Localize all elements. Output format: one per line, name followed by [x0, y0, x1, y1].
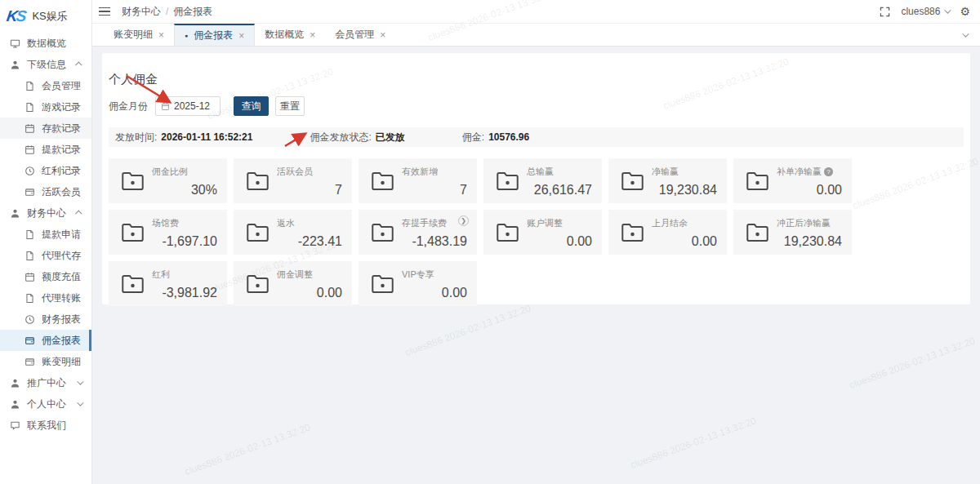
folder-icon [371, 222, 394, 243]
sidebar-item-agent-deposit[interactable]: 代理代存 [0, 245, 91, 266]
stat-card-label: 存提手续费 [402, 217, 447, 229]
sidebar-item-label: 会员管理 [42, 79, 81, 93]
chevron-down-icon [945, 7, 951, 13]
menu-collapse-icon[interactable] [99, 7, 110, 16]
breadcrumb-item-commission-report[interactable]: 佣金报表 [173, 5, 212, 19]
sidebar-item-withdrawal-application[interactable]: 提款申请 [0, 224, 91, 245]
folder-icon [621, 171, 644, 192]
tab-member-management[interactable]: 会员管理× [325, 24, 395, 46]
stat-card-commission-rate: 佣金比例30% [109, 158, 227, 203]
tab-label: 会员管理 [335, 28, 374, 42]
stat-card-value: 0.00 [402, 286, 467, 300]
tab-close-icon[interactable]: × [238, 30, 244, 42]
chevron-down-icon [77, 399, 83, 406]
stat-card-account-adjustment: 账户调整0.00 [483, 210, 602, 255]
sidebar-item-finance-report[interactable]: 财务报表 [0, 309, 91, 330]
chat-icon [10, 420, 20, 431]
tab-close-icon[interactable]: × [380, 29, 385, 41]
active-tab-dot-icon: ● [185, 33, 188, 38]
tab-data-overview[interactable]: 数据概览× [255, 24, 325, 46]
stat-card-value: 19,230.84 [652, 183, 717, 198]
stat-card-label: 返水 [277, 217, 295, 229]
folder-icon [496, 171, 519, 192]
commission-panel: 个人佣金 佣金月份 2025-12 查询 重置 发放时间: 202 [102, 53, 970, 304]
sidebar-item-label: 联系我们 [27, 419, 66, 433]
query-button[interactable]: 查询 [234, 96, 269, 116]
folder-icon [121, 222, 145, 243]
reset-button[interactable]: 重置 [275, 96, 305, 116]
sidebar-item-label: 代理代存 [42, 249, 81, 263]
sidebar-item-promotion-center[interactable]: 推广中心 [0, 372, 91, 393]
chevron-up-icon [75, 61, 82, 68]
sidebar-item-commission-report[interactable]: 佣金报表 [0, 330, 91, 351]
status-label: 佣金发放状态: [310, 131, 371, 144]
chevron-up-icon [75, 210, 82, 216]
sidebar-item-personal-center[interactable]: 个人中心 [0, 393, 91, 415]
folder-icon [746, 171, 769, 192]
sidebar-item-label: 存款记录 [42, 122, 81, 135]
sidebar-item-label: 提款申请 [42, 228, 81, 242]
stat-card-label: 佣金调整 [277, 269, 313, 281]
sidebar-item-game-records[interactable]: 游戏记录 [0, 96, 91, 118]
gear-icon[interactable]: ⚙ [960, 5, 970, 18]
page-title: 个人佣金 [109, 53, 964, 87]
month-picker-input[interactable]: 2025-12 [155, 96, 220, 116]
sidebar-item-bonus-records[interactable]: 红利记录 [0, 160, 91, 181]
stat-card-value: 0.00 [777, 183, 842, 198]
sidebar-item-agent-transfer[interactable]: 代理转账 [0, 287, 91, 309]
stat-card-label: 账户调整 [527, 217, 563, 229]
sidebar-item-deposit-records[interactable]: 存款记录 [0, 118, 91, 139]
stat-card-value: 19,230.84 [777, 234, 842, 249]
folder-icon [371, 273, 394, 295]
stat-card-label: 净输赢 [652, 166, 679, 178]
stat-card-rebate: 返水-223.41 [234, 210, 352, 255]
tab-close-icon[interactable]: × [310, 29, 315, 41]
sidebar-item-subordinate-info[interactable]: 下级信息 [0, 54, 91, 75]
username: clues886 [901, 6, 940, 17]
stat-card-last-month-balance: 上月结余0.00 [608, 210, 727, 255]
sidebar-item-active-members[interactable]: 活跃会员 [0, 181, 91, 202]
file-icon [24, 102, 35, 113]
sidebar-item-data-overview[interactable]: 数据概览 [0, 33, 91, 54]
sidebar-item-member-management[interactable]: 会员管理 [0, 75, 91, 96]
app-logo[interactable]: KS KS娱乐 [0, 0, 91, 33]
user-icon [10, 399, 20, 410]
info-icon[interactable]: ? [824, 167, 833, 176]
brand-logo-icon: KS [5, 7, 26, 25]
tab-account-change-detail[interactable]: 账变明细× [104, 24, 174, 46]
monitor-icon [10, 38, 20, 49]
sidebar-item-finance-center[interactable]: 财务中心 [0, 202, 91, 224]
fullscreen-icon[interactable] [880, 7, 890, 17]
stat-card-label: 佣金比例 [152, 166, 188, 178]
file-icon [24, 81, 35, 91]
stat-card-value: -223.41 [277, 234, 342, 249]
breadcrumb: 财务中心 / 佣金报表 [122, 5, 212, 19]
stat-card-label: 冲正后净输赢 [777, 217, 831, 229]
sidebar-item-contact-us[interactable]: 联系我们 [0, 415, 91, 436]
tab-close-icon[interactable]: × [158, 29, 164, 41]
tab-commission-report[interactable]: ●佣金报表× [174, 24, 255, 46]
sidebar-item-account-change-detail[interactable]: 账变明细 [0, 351, 91, 372]
folder-icon [246, 222, 270, 243]
commission-label: 佣金: [462, 131, 484, 144]
clock-icon [24, 314, 35, 325]
stat-card-vip-exclusive: VIP专享0.00 [359, 261, 477, 306]
stat-card-active-members: 活跃会员7 [234, 158, 352, 203]
calendar-icon [161, 102, 170, 111]
user-icon [10, 208, 20, 219]
user-menu[interactable]: clues886 [901, 6, 949, 17]
sidebar-item-label: 活跃会员 [42, 185, 81, 199]
stat-card-label: 上月结余 [652, 217, 688, 229]
stat-card-deposit-withdraw-fee: 存提手续费-1,483.19❯ [359, 210, 477, 255]
sidebar-item-label: 财务中心 [27, 206, 66, 220]
sidebar-item-credit-recharge[interactable]: 额度充值 [0, 266, 91, 287]
tab-label: 账变明细 [114, 28, 153, 42]
breadcrumb-separator: / [166, 6, 168, 17]
expand-icon[interactable]: ❯ [458, 215, 469, 226]
sidebar-item-withdrawal-records[interactable]: 提款记录 [0, 139, 91, 160]
tabs-more-chevron-icon[interactable] [962, 30, 969, 37]
sidebar-menu: 数据概览下级信息会员管理游戏记录存款记录提款记录红利记录活跃会员财务中心提款申请… [0, 33, 91, 436]
stat-card-value: 0.00 [652, 234, 717, 249]
breadcrumb-item-finance-center[interactable]: 财务中心 [122, 5, 161, 19]
stat-card-bonus: 红利-3,981.92 [109, 261, 227, 306]
